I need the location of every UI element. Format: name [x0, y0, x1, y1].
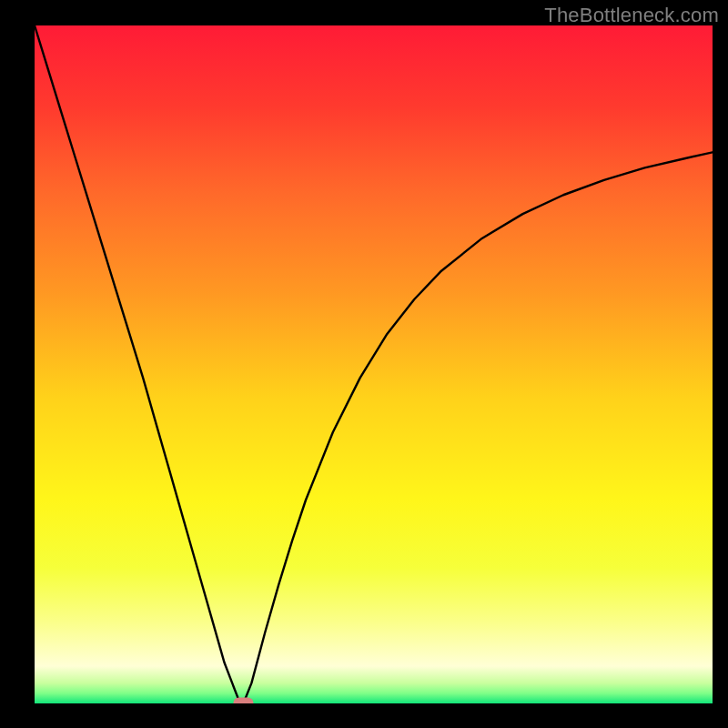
chart-frame: TheBottleneck.com: [0, 0, 728, 728]
plot-area: [35, 25, 713, 703]
watermark-text: TheBottleneck.com: [544, 4, 719, 27]
gradient-background: [35, 25, 713, 703]
optimal-marker: [233, 698, 253, 704]
bottleneck-chart: [35, 25, 713, 703]
